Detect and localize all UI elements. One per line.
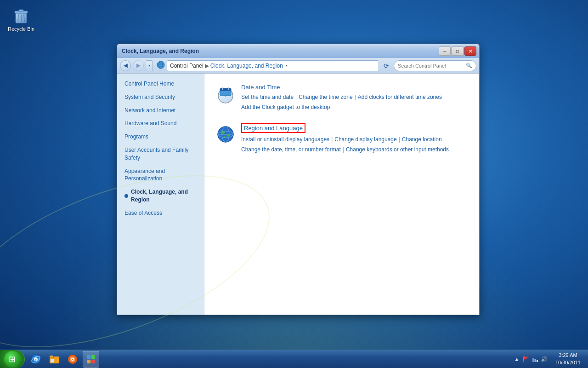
change-keyboards-link[interactable]: Change keyboards or other input methods: [346, 145, 449, 155]
change-date-format-link[interactable]: Change the date, time, or number format: [241, 145, 341, 155]
refresh-button[interactable]: ⟳: [381, 60, 392, 71]
taskbar-ie-icon[interactable]: e: [28, 351, 44, 368]
region-language-content: Region and Language Install or uninstall…: [241, 123, 469, 155]
minimize-button[interactable]: ─: [439, 46, 451, 56]
region-language-links-1: Install or uninstall display languages |…: [241, 135, 469, 145]
svg-rect-40: [91, 355, 95, 359]
sidebar-item-label: Programs: [124, 133, 148, 141]
start-button[interactable]: ⊞: [0, 350, 25, 368]
close-button[interactable]: ✕: [464, 46, 476, 56]
search-box: 🔍: [394, 60, 476, 71]
start-orb: ⊞: [4, 351, 21, 368]
svg-rect-33: [50, 356, 53, 357]
sidebar-item-label: System and Security: [124, 93, 175, 101]
sidebar-item-clock-language[interactable]: Clock, Language, and Region: [117, 185, 204, 207]
svg-rect-45: [537, 360, 538, 362]
install-lang-link[interactable]: Install or uninstall display languages: [241, 135, 329, 145]
svg-rect-44: [534, 359, 536, 362]
svg-rect-43: [532, 358, 534, 362]
title-bar: Clock, Language, and Region ─ □ ✕: [117, 44, 479, 58]
recycle-bin-label: Recycle Bin: [8, 26, 34, 32]
date-time-title[interactable]: Date and Time: [241, 84, 280, 91]
svg-line-5: [24, 15, 24, 22]
change-timezone-link[interactable]: Change the time zone: [299, 92, 352, 103]
sidebar-item-appearance[interactable]: Appearance and Personalization: [117, 165, 204, 186]
system-tray: ▲ 🚩 🔊: [509, 350, 552, 368]
tray-network-icon[interactable]: [531, 356, 539, 363]
active-bullet-icon: [124, 194, 128, 198]
address-globe-icon: [157, 61, 165, 70]
clock-date: 10/30/2011: [555, 359, 581, 366]
date-time-links: Set the time and date | Change the time …: [241, 92, 469, 103]
sidebar-item-label: Control Panel Home: [124, 80, 174, 88]
svg-line-3: [18, 15, 18, 22]
control-panel-window: Clock, Language, and Region ─ □ ✕ ◀ ▶ ▾ …: [117, 44, 480, 315]
add-clocks-link[interactable]: Add clocks for different time zones: [358, 92, 442, 103]
change-display-lang-link[interactable]: Change display language: [334, 135, 396, 145]
category-date-time: Date and Time Set the time and date | Ch…: [210, 79, 474, 117]
svg-text:e: e: [35, 358, 37, 361]
sidebar-item-user-accounts[interactable]: User Accounts and Family Safety: [117, 144, 204, 165]
sidebar-item-label: Ease of Access: [124, 209, 162, 217]
taskbar: ⊞ e: [0, 350, 588, 368]
sidebar-item-label: Hardware and Sound: [124, 120, 176, 127]
sidebar-item-label: Appearance and Personalization: [124, 167, 197, 183]
path-root: Control Panel: [170, 63, 204, 69]
address-path[interactable]: Control Panel ▶ Clock, Language, and Reg…: [167, 60, 379, 71]
svg-rect-39: [87, 355, 90, 359]
date-time-content: Date and Time Set the time and date | Ch…: [241, 84, 469, 112]
clock-time: 3:29 AM: [559, 352, 577, 359]
window-body: Control Panel Home System and Security N…: [117, 74, 479, 315]
region-language-title[interactable]: Region and Language: [241, 123, 305, 133]
address-bar: ◀ ▶ ▾ Control Panel ▶ Clock, Language, a…: [117, 58, 479, 74]
svg-point-25: [226, 134, 230, 137]
maximize-button[interactable]: □: [452, 46, 464, 56]
date-time-icon: [215, 84, 237, 106]
svg-rect-18: [228, 87, 229, 90]
date-time-links-2: Add the Clock gadget to the desktop: [241, 103, 469, 113]
taskbar-control-panel-icon[interactable]: [83, 351, 99, 368]
svg-rect-2: [19, 10, 23, 12]
nav-dropdown-button[interactable]: ▾: [146, 60, 153, 71]
svg-rect-34: [51, 359, 54, 362]
search-input[interactable]: [398, 63, 464, 69]
windows-logo-icon: ⊞: [9, 354, 16, 364]
add-clock-gadget-link[interactable]: Add the Clock gadget to the desktop: [241, 103, 330, 113]
path-arrow-1: ▶: [205, 63, 209, 69]
sidebar-item-ease-access[interactable]: Ease of Access: [117, 207, 204, 220]
sidebar-item-control-panel-home[interactable]: Control Panel Home: [117, 77, 204, 91]
recycle-bin-icon: [11, 5, 31, 25]
svg-rect-42: [91, 360, 95, 363]
back-button[interactable]: ◀: [120, 60, 131, 71]
title-bar-buttons: ─ □ ✕: [439, 46, 476, 56]
sidebar-item-label: Clock, Language, and Region: [131, 188, 197, 204]
clock-area[interactable]: 3:29 AM 10/30/2011: [552, 352, 584, 366]
forward-button[interactable]: ▶: [133, 60, 144, 71]
tray-chevron-icon[interactable]: ▲: [513, 356, 520, 363]
sidebar-item-system-security[interactable]: System and Security: [117, 91, 204, 104]
tray-flag-icon[interactable]: 🚩: [522, 356, 530, 363]
desktop: Recycle Bin Clock, Language, and Region …: [0, 0, 588, 368]
sidebar-item-hardware-sound[interactable]: Hardware and Sound: [117, 117, 204, 130]
svg-rect-41: [87, 360, 90, 363]
recycle-bin[interactable]: Recycle Bin: [5, 5, 38, 32]
svg-point-26: [223, 136, 226, 138]
taskbar-explorer-icon[interactable]: [46, 351, 62, 368]
change-location-link[interactable]: Change location: [402, 135, 442, 145]
region-language-icon: [215, 123, 237, 145]
tray-volume-icon[interactable]: 🔊: [541, 356, 548, 363]
set-time-link[interactable]: Set the time and date: [241, 92, 294, 103]
category-region-language: Region and Language Install or uninstall…: [210, 119, 474, 159]
sidebar-item-label: Network and Internet: [124, 107, 175, 115]
taskbar-media-player-icon[interactable]: [64, 351, 81, 368]
sidebar-item-network-internet[interactable]: Network and Internet: [117, 104, 204, 117]
sidebar-item-programs[interactable]: Programs: [117, 130, 204, 144]
svg-rect-17: [222, 87, 223, 90]
search-icon: 🔍: [466, 63, 472, 69]
region-language-links-2: Change the date, time, or number format …: [241, 145, 469, 155]
path-dropdown[interactable]: ▾: [283, 60, 290, 71]
sidebar-item-label: User Accounts and Family Safety: [124, 146, 197, 162]
svg-rect-16: [220, 88, 231, 91]
sidebar: Control Panel Home System and Security N…: [117, 74, 204, 315]
svg-point-24: [220, 131, 225, 134]
